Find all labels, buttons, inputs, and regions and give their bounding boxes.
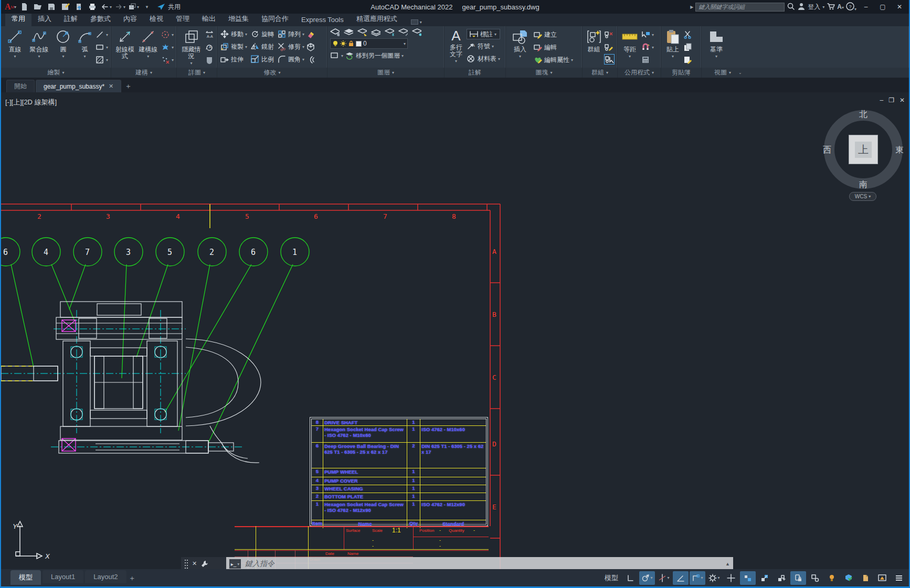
shape-button[interactable] (205, 54, 214, 66)
magnet-button[interactable]: ▾ (641, 41, 654, 53)
viewcube-north[interactable]: 北 (859, 109, 867, 120)
autocad-logo-icon[interactable]: AM▾ (4, 1, 17, 13)
hatch-button[interactable]: ▾ (95, 54, 108, 66)
statusbar-model-label[interactable]: 模型 (605, 573, 618, 583)
drawline-more-button[interactable]: ▾ (95, 29, 108, 40)
save-icon[interactable] (45, 1, 58, 13)
polyline-button[interactable]: 聚合線▾ (28, 28, 50, 68)
wcs-selector[interactable]: WCS▾ (849, 192, 876, 201)
polar-tracking-icon[interactable] (673, 571, 689, 585)
balloon[interactable]: 4 (32, 238, 60, 266)
layout-switch-icon[interactable]: ▾ (127, 1, 140, 13)
close-button[interactable]: ✕ (892, 1, 907, 13)
move-button[interactable]: 移動▾ (220, 28, 247, 40)
arc-button[interactable]: 弧▾ (76, 28, 93, 68)
paste-special-button[interactable] (683, 54, 693, 66)
new-file-icon[interactable] (18, 1, 30, 13)
panel-label-detail[interactable]: 詳圖▾ (177, 68, 217, 78)
move-to-layer-button[interactable]: 移到另一個圖層 (356, 51, 400, 60)
fillet-button[interactable]: 圓角▾ (277, 54, 304, 65)
calculator-button[interactable] (641, 54, 654, 66)
object-snap-icon[interactable]: ▾ (690, 571, 705, 585)
layer-off-icon[interactable] (398, 28, 408, 37)
layout-tab-0[interactable]: 模型 (10, 570, 41, 585)
layout-tab-1[interactable]: Layout1 (43, 570, 83, 583)
ribbon-tab-8[interactable]: 增益集 (222, 12, 255, 26)
balloon[interactable]: 6 (239, 238, 268, 266)
redo-icon[interactable]: ▾ (113, 1, 126, 13)
ribbon-tab-7[interactable]: 輸出 (196, 12, 222, 26)
quick-properties-icon[interactable] (807, 571, 823, 585)
ray-button[interactable]: 射線模式 (114, 28, 135, 68)
viewcube-east[interactable]: 東 (895, 145, 904, 156)
rectangle-button[interactable]: ▾ (95, 41, 108, 53)
new-tab-button[interactable]: ＋ (122, 81, 134, 92)
line-button[interactable]: 直線▾ (4, 28, 26, 68)
mirror-button[interactable]: 鏡射 (250, 41, 274, 52)
dimension-button[interactable]: 標註▾ (467, 29, 500, 39)
viewcube-top-face[interactable]: 上 (849, 135, 878, 164)
qat-more-icon[interactable]: ▼ (141, 1, 153, 13)
hide-situation-button[interactable]: 隱藏情況▾ (179, 28, 203, 68)
panel-label-utility[interactable]: 公用程式▾ (618, 68, 661, 78)
offset-button[interactable] (306, 54, 315, 66)
balloon[interactable]: 7 (73, 238, 102, 266)
search-expand-icon[interactable]: ▶ (690, 5, 693, 9)
balloon[interactable]: 6 (1, 238, 20, 266)
ribbon-tab-10[interactable]: Express Tools (295, 14, 350, 26)
balloon[interactable]: 1 (281, 238, 309, 266)
new-layout-button[interactable]: ＋ (126, 573, 138, 584)
insert-block-button[interactable]: 插入▾ (509, 28, 532, 68)
minimize-button[interactable]: ‒ (859, 1, 873, 13)
section-aa-button[interactable]: A-A (205, 29, 214, 40)
erase-button[interactable] (306, 29, 315, 40)
array-button[interactable]: 陣列▾ (277, 28, 304, 40)
lock-ui-icon[interactable] (790, 571, 806, 585)
ribbon-tab-5[interactable]: 檢視 (143, 12, 170, 26)
ribbon-tab-6[interactable]: 管理 (170, 12, 196, 26)
undo-icon[interactable]: ▾ (100, 1, 112, 13)
ribbon-display-toggle[interactable]: ▾ (408, 18, 425, 26)
circle-button[interactable]: 圓▾ (52, 28, 75, 68)
bom-row[interactable]: 5PUMP WHEEL1 (312, 468, 486, 477)
rotate-button[interactable]: 旋轉 (250, 28, 274, 40)
viewport-close-icon[interactable]: ✕ (900, 97, 905, 104)
command-close-icon[interactable]: ✕ (192, 560, 197, 567)
help-icon[interactable]: ?▾ (846, 2, 856, 12)
lineweight-icon[interactable] (740, 571, 756, 585)
viewcube-south[interactable]: 南 (859, 179, 867, 190)
construction-line-button[interactable]: 建構線▾ (137, 28, 158, 68)
file-tab-document[interactable]: gear_pump_subassy*✕ (36, 80, 121, 92)
save-to-web-icon[interactable] (72, 1, 85, 13)
share-button[interactable]: 共用 (156, 3, 181, 12)
bom-table[interactable]: 8DRIVE SHAFT17Hexagon Socket Head Cap Sc… (310, 417, 488, 526)
balloon[interactable]: 2 (198, 238, 226, 266)
open-folder-icon[interactable] (31, 1, 44, 13)
menu-icon[interactable] (891, 571, 907, 585)
graphics-performance-icon[interactable] (841, 571, 856, 585)
search-input[interactable] (695, 3, 785, 12)
gear-icon[interactable]: ▾ (706, 571, 722, 585)
panel-label-modify[interactable]: 修改▾ (217, 68, 327, 78)
clean-screen-icon[interactable] (874, 571, 890, 585)
panel-label-draw[interactable]: 繪製▾ (1, 68, 111, 78)
copy-clip-button[interactable] (683, 41, 693, 53)
splash-button[interactable]: ▾ (161, 41, 174, 53)
panel-label-layer[interactable]: 圖層▾ (327, 68, 444, 78)
panel-label-block[interactable]: 圖塊▾ (506, 68, 582, 78)
block-edit-button[interactable]: 編輯 (533, 41, 573, 53)
panel-label-group[interactable]: 群組▾ (583, 68, 617, 78)
osnap-icon[interactable]: ▾ (639, 571, 655, 585)
command-prompt-text[interactable]: 鍵入指令 (245, 559, 274, 569)
signin-caret-icon[interactable]: ▾ (822, 5, 824, 9)
cut-button[interactable] (683, 29, 693, 40)
file-tab-start[interactable]: 開始 (6, 80, 35, 92)
layer-unisolate-icon[interactable] (371, 28, 380, 37)
stretch-button[interactable]: 拉伸 (220, 54, 247, 65)
annotation-scale-icon[interactable] (757, 571, 773, 585)
bom-row[interactable]: 6Deep Groove Ball Bearing - DIN 625 T1 -… (312, 443, 486, 468)
copy-button[interactable]: 複製▾ (220, 41, 247, 52)
paste-button[interactable]: 貼上▾ (664, 28, 682, 68)
bom-row[interactable]: 8DRIVE SHAFT1 (312, 419, 486, 426)
crosshair-icon[interactable] (723, 571, 739, 585)
